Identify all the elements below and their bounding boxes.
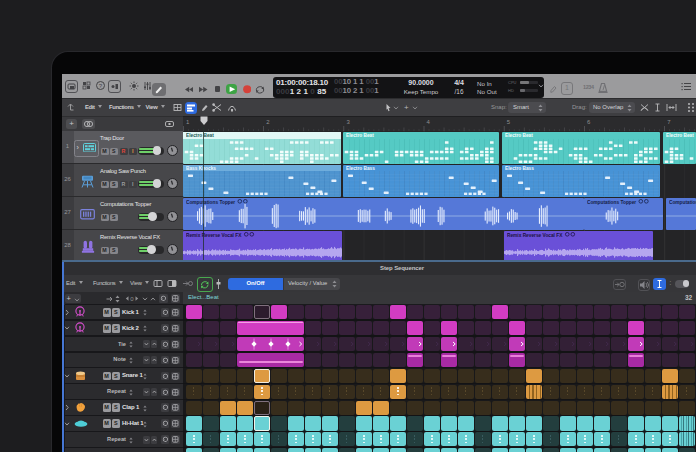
svg-text:0: 0: [130, 296, 134, 302]
svg-text:?: ?: [98, 83, 102, 89]
